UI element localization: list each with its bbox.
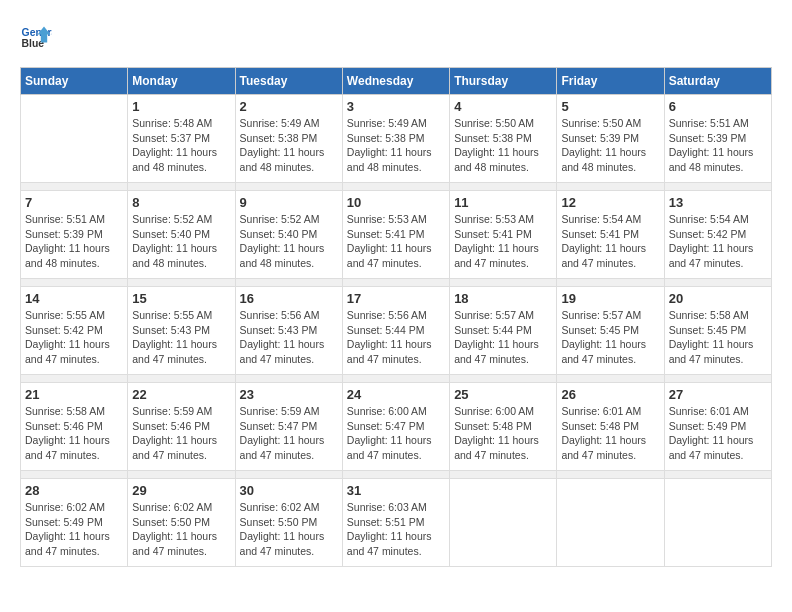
day-number: 31: [347, 483, 445, 498]
day-number: 15: [132, 291, 230, 306]
day-content: Sunrise: 5:56 AM Sunset: 5:43 PM Dayligh…: [240, 308, 338, 367]
day-content: Sunrise: 6:01 AM Sunset: 5:49 PM Dayligh…: [669, 404, 767, 463]
week-row-1: 1Sunrise: 5:48 AM Sunset: 5:37 PM Daylig…: [21, 95, 772, 183]
separator-cell: [235, 471, 342, 479]
header-sunday: Sunday: [21, 68, 128, 95]
day-number: 1: [132, 99, 230, 114]
top-row: General Blue: [20, 20, 772, 57]
day-content: Sunrise: 6:01 AM Sunset: 5:48 PM Dayligh…: [561, 404, 659, 463]
calendar-cell: 23Sunrise: 5:59 AM Sunset: 5:47 PM Dayli…: [235, 383, 342, 471]
calendar-cell: 30Sunrise: 6:02 AM Sunset: 5:50 PM Dayli…: [235, 479, 342, 567]
separator-cell: [128, 279, 235, 287]
calendar-cell: 13Sunrise: 5:54 AM Sunset: 5:42 PM Dayli…: [664, 191, 771, 279]
day-number: 22: [132, 387, 230, 402]
day-content: Sunrise: 5:50 AM Sunset: 5:39 PM Dayligh…: [561, 116, 659, 175]
day-content: Sunrise: 6:02 AM Sunset: 5:50 PM Dayligh…: [132, 500, 230, 559]
calendar-cell: [664, 479, 771, 567]
day-content: Sunrise: 5:59 AM Sunset: 5:46 PM Dayligh…: [132, 404, 230, 463]
calendar-cell: 9Sunrise: 5:52 AM Sunset: 5:40 PM Daylig…: [235, 191, 342, 279]
separator-cell: [664, 375, 771, 383]
day-content: Sunrise: 5:52 AM Sunset: 5:40 PM Dayligh…: [132, 212, 230, 271]
calendar-cell: 7Sunrise: 5:51 AM Sunset: 5:39 PM Daylig…: [21, 191, 128, 279]
separator-cell: [21, 279, 128, 287]
day-number: 14: [25, 291, 123, 306]
day-number: 29: [132, 483, 230, 498]
calendar-cell: 4Sunrise: 5:50 AM Sunset: 5:38 PM Daylig…: [450, 95, 557, 183]
day-number: 25: [454, 387, 552, 402]
day-content: Sunrise: 5:54 AM Sunset: 5:41 PM Dayligh…: [561, 212, 659, 271]
week-row-5: 28Sunrise: 6:02 AM Sunset: 5:49 PM Dayli…: [21, 479, 772, 567]
day-content: Sunrise: 6:02 AM Sunset: 5:49 PM Dayligh…: [25, 500, 123, 559]
separator-cell: [557, 375, 664, 383]
week-row-4: 21Sunrise: 5:58 AM Sunset: 5:46 PM Dayli…: [21, 383, 772, 471]
separator-cell: [450, 279, 557, 287]
week-separator: [21, 471, 772, 479]
day-number: 17: [347, 291, 445, 306]
day-number: 2: [240, 99, 338, 114]
separator-cell: [342, 375, 449, 383]
day-number: 30: [240, 483, 338, 498]
day-content: Sunrise: 5:51 AM Sunset: 5:39 PM Dayligh…: [669, 116, 767, 175]
day-number: 10: [347, 195, 445, 210]
day-content: Sunrise: 5:53 AM Sunset: 5:41 PM Dayligh…: [454, 212, 552, 271]
calendar-cell: [21, 95, 128, 183]
day-number: 21: [25, 387, 123, 402]
week-separator: [21, 375, 772, 383]
day-number: 3: [347, 99, 445, 114]
day-content: Sunrise: 5:59 AM Sunset: 5:47 PM Dayligh…: [240, 404, 338, 463]
separator-cell: [664, 183, 771, 191]
calendar-cell: 8Sunrise: 5:52 AM Sunset: 5:40 PM Daylig…: [128, 191, 235, 279]
week-row-3: 14Sunrise: 5:55 AM Sunset: 5:42 PM Dayli…: [21, 287, 772, 375]
week-separator: [21, 183, 772, 191]
day-number: 16: [240, 291, 338, 306]
day-number: 9: [240, 195, 338, 210]
day-number: 28: [25, 483, 123, 498]
calendar-cell: 3Sunrise: 5:49 AM Sunset: 5:38 PM Daylig…: [342, 95, 449, 183]
day-number: 13: [669, 195, 767, 210]
calendar-cell: 6Sunrise: 5:51 AM Sunset: 5:39 PM Daylig…: [664, 95, 771, 183]
day-number: 19: [561, 291, 659, 306]
logo: General Blue: [20, 20, 36, 52]
calendar-cell: 25Sunrise: 6:00 AM Sunset: 5:48 PM Dayli…: [450, 383, 557, 471]
separator-cell: [235, 375, 342, 383]
day-content: Sunrise: 6:00 AM Sunset: 5:48 PM Dayligh…: [454, 404, 552, 463]
separator-cell: [450, 183, 557, 191]
calendar-cell: 29Sunrise: 6:02 AM Sunset: 5:50 PM Dayli…: [128, 479, 235, 567]
separator-cell: [128, 471, 235, 479]
day-number: 23: [240, 387, 338, 402]
day-content: Sunrise: 5:55 AM Sunset: 5:43 PM Dayligh…: [132, 308, 230, 367]
day-content: Sunrise: 5:49 AM Sunset: 5:38 PM Dayligh…: [347, 116, 445, 175]
day-content: Sunrise: 5:48 AM Sunset: 5:37 PM Dayligh…: [132, 116, 230, 175]
calendar-cell: 1Sunrise: 5:48 AM Sunset: 5:37 PM Daylig…: [128, 95, 235, 183]
day-number: 6: [669, 99, 767, 114]
calendar-table: SundayMondayTuesdayWednesdayThursdayFrid…: [20, 67, 772, 567]
day-content: Sunrise: 6:03 AM Sunset: 5:51 PM Dayligh…: [347, 500, 445, 559]
header-friday: Friday: [557, 68, 664, 95]
separator-cell: [128, 183, 235, 191]
separator-cell: [128, 375, 235, 383]
header-monday: Monday: [128, 68, 235, 95]
day-number: 8: [132, 195, 230, 210]
separator-cell: [21, 375, 128, 383]
header-row: SundayMondayTuesdayWednesdayThursdayFrid…: [21, 68, 772, 95]
calendar-cell: 27Sunrise: 6:01 AM Sunset: 5:49 PM Dayli…: [664, 383, 771, 471]
day-number: 4: [454, 99, 552, 114]
calendar-cell: 26Sunrise: 6:01 AM Sunset: 5:48 PM Dayli…: [557, 383, 664, 471]
day-content: Sunrise: 6:00 AM Sunset: 5:47 PM Dayligh…: [347, 404, 445, 463]
separator-cell: [450, 471, 557, 479]
day-content: Sunrise: 5:58 AM Sunset: 5:46 PM Dayligh…: [25, 404, 123, 463]
day-number: 5: [561, 99, 659, 114]
calendar-cell: 24Sunrise: 6:00 AM Sunset: 5:47 PM Dayli…: [342, 383, 449, 471]
calendar-cell: 28Sunrise: 6:02 AM Sunset: 5:49 PM Dayli…: [21, 479, 128, 567]
day-number: 11: [454, 195, 552, 210]
day-content: Sunrise: 5:55 AM Sunset: 5:42 PM Dayligh…: [25, 308, 123, 367]
calendar-cell: 2Sunrise: 5:49 AM Sunset: 5:38 PM Daylig…: [235, 95, 342, 183]
day-number: 26: [561, 387, 659, 402]
day-content: Sunrise: 5:49 AM Sunset: 5:38 PM Dayligh…: [240, 116, 338, 175]
separator-cell: [342, 471, 449, 479]
day-content: Sunrise: 5:50 AM Sunset: 5:38 PM Dayligh…: [454, 116, 552, 175]
calendar-cell: 10Sunrise: 5:53 AM Sunset: 5:41 PM Dayli…: [342, 191, 449, 279]
week-row-2: 7Sunrise: 5:51 AM Sunset: 5:39 PM Daylig…: [21, 191, 772, 279]
calendar-cell: 17Sunrise: 5:56 AM Sunset: 5:44 PM Dayli…: [342, 287, 449, 375]
calendar-cell: 15Sunrise: 5:55 AM Sunset: 5:43 PM Dayli…: [128, 287, 235, 375]
